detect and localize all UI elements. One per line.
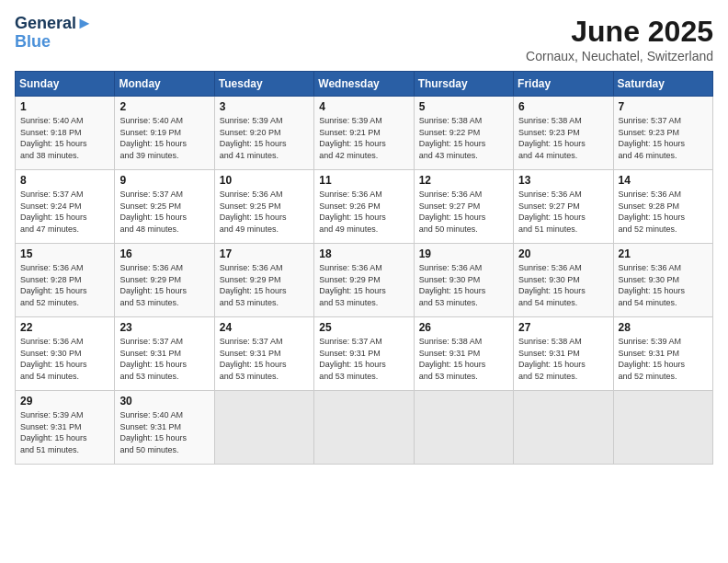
day-number: 27 [518, 321, 608, 334]
calendar-cell: 3Sunrise: 5:39 AM Sunset: 9:20 PM Daylig… [214, 97, 313, 170]
calendar-header: SundayMondayTuesdayWednesdayThursdayFrid… [16, 72, 713, 97]
day-number: 3 [220, 100, 309, 113]
title-area: June 2025 Cornaux, Neuchatel, Switzerlan… [526, 15, 713, 63]
day-info: Sunrise: 5:36 AM Sunset: 9:28 PM Dayligh… [20, 262, 109, 308]
day-number: 19 [419, 247, 508, 260]
day-number: 24 [220, 321, 309, 334]
day-info: Sunrise: 5:36 AM Sunset: 9:28 PM Dayligh… [619, 189, 708, 235]
calendar-cell: 24Sunrise: 5:37 AM Sunset: 9:31 PM Dayli… [214, 317, 313, 391]
calendar-cell [514, 391, 613, 465]
calendar-week-row: 29Sunrise: 5:39 AM Sunset: 9:31 PM Dayli… [16, 391, 713, 465]
day-number: 22 [20, 321, 109, 334]
day-info: Sunrise: 5:38 AM Sunset: 9:31 PM Dayligh… [518, 336, 608, 382]
calendar-cell: 2Sunrise: 5:40 AM Sunset: 9:19 PM Daylig… [115, 97, 214, 170]
weekday-header-cell: Sunday [16, 72, 115, 97]
day-number: 20 [518, 247, 608, 260]
weekday-header-cell: Wednesday [314, 72, 414, 97]
day-info: Sunrise: 5:39 AM Sunset: 9:31 PM Dayligh… [619, 336, 708, 382]
day-info: Sunrise: 5:40 AM Sunset: 9:31 PM Dayligh… [119, 409, 209, 455]
day-number: 30 [119, 395, 209, 408]
day-number: 29 [20, 395, 109, 408]
day-number: 16 [119, 247, 209, 260]
calendar-cell: 4Sunrise: 5:39 AM Sunset: 9:21 PM Daylig… [314, 97, 414, 170]
calendar-cell: 16Sunrise: 5:36 AM Sunset: 9:29 PM Dayli… [115, 244, 214, 317]
day-number: 26 [419, 321, 508, 334]
day-info: Sunrise: 5:39 AM Sunset: 9:20 PM Dayligh… [220, 115, 309, 161]
calendar-cell: 5Sunrise: 5:38 AM Sunset: 9:22 PM Daylig… [414, 97, 513, 170]
day-number: 12 [419, 174, 508, 187]
calendar-cell: 20Sunrise: 5:36 AM Sunset: 9:30 PM Dayli… [514, 244, 613, 317]
day-info: Sunrise: 5:36 AM Sunset: 9:30 PM Dayligh… [20, 336, 109, 382]
day-info: Sunrise: 5:39 AM Sunset: 9:21 PM Dayligh… [319, 115, 408, 161]
day-info: Sunrise: 5:36 AM Sunset: 9:30 PM Dayligh… [419, 262, 508, 308]
calendar-cell: 11Sunrise: 5:36 AM Sunset: 9:26 PM Dayli… [314, 170, 414, 244]
day-info: Sunrise: 5:36 AM Sunset: 9:29 PM Dayligh… [220, 262, 309, 308]
day-number: 14 [619, 174, 708, 187]
day-number: 8 [20, 174, 109, 187]
calendar-cell: 9Sunrise: 5:37 AM Sunset: 9:25 PM Daylig… [115, 170, 214, 244]
calendar-cell [414, 391, 513, 465]
day-number: 15 [20, 247, 109, 260]
day-number: 6 [518, 100, 608, 113]
calendar-cell: 6Sunrise: 5:38 AM Sunset: 9:23 PM Daylig… [514, 97, 613, 170]
calendar-cell: 22Sunrise: 5:36 AM Sunset: 9:30 PM Dayli… [16, 317, 115, 391]
calendar-week-row: 22Sunrise: 5:36 AM Sunset: 9:30 PM Dayli… [16, 317, 713, 391]
day-number: 7 [619, 100, 708, 113]
day-info: Sunrise: 5:40 AM Sunset: 9:18 PM Dayligh… [20, 115, 109, 161]
day-number: 10 [220, 174, 309, 187]
calendar-cell: 15Sunrise: 5:36 AM Sunset: 9:28 PM Dayli… [16, 244, 115, 317]
day-info: Sunrise: 5:40 AM Sunset: 9:19 PM Dayligh… [119, 115, 209, 161]
calendar-cell: 19Sunrise: 5:36 AM Sunset: 9:30 PM Dayli… [414, 244, 513, 317]
day-info: Sunrise: 5:37 AM Sunset: 9:31 PM Dayligh… [119, 336, 209, 382]
day-number: 4 [319, 100, 408, 113]
weekday-header-row: SundayMondayTuesdayWednesdayThursdayFrid… [16, 72, 713, 97]
calendar-subtitle: Cornaux, Neuchatel, Switzerland [526, 49, 713, 63]
calendar-cell: 10Sunrise: 5:36 AM Sunset: 9:25 PM Dayli… [214, 170, 313, 244]
weekday-header-cell: Thursday [414, 72, 513, 97]
calendar-cell [214, 391, 313, 465]
day-info: Sunrise: 5:38 AM Sunset: 9:23 PM Dayligh… [518, 115, 608, 161]
calendar-cell: 12Sunrise: 5:36 AM Sunset: 9:27 PM Dayli… [414, 170, 513, 244]
calendar-cell: 23Sunrise: 5:37 AM Sunset: 9:31 PM Dayli… [115, 317, 214, 391]
day-number: 25 [319, 321, 408, 334]
calendar-cell: 18Sunrise: 5:36 AM Sunset: 9:29 PM Dayli… [314, 244, 414, 317]
weekday-header-cell: Monday [115, 72, 214, 97]
calendar-cell [613, 391, 712, 465]
calendar-cell: 29Sunrise: 5:39 AM Sunset: 9:31 PM Dayli… [16, 391, 115, 465]
weekday-header-cell: Tuesday [214, 72, 313, 97]
day-info: Sunrise: 5:37 AM Sunset: 9:31 PM Dayligh… [319, 336, 408, 382]
weekday-header-cell: Friday [514, 72, 613, 97]
day-number: 28 [619, 321, 708, 334]
calendar-cell: 14Sunrise: 5:36 AM Sunset: 9:28 PM Dayli… [613, 170, 712, 244]
calendar-cell: 13Sunrise: 5:36 AM Sunset: 9:27 PM Dayli… [514, 170, 613, 244]
header: General►Blue June 2025 Cornaux, Neuchate… [15, 15, 713, 63]
calendar-table: SundayMondayTuesdayWednesdayThursdayFrid… [15, 71, 713, 465]
day-number: 13 [518, 174, 608, 187]
calendar-week-row: 15Sunrise: 5:36 AM Sunset: 9:28 PM Dayli… [16, 244, 713, 317]
logo-text: General►Blue [15, 15, 93, 52]
day-info: Sunrise: 5:38 AM Sunset: 9:31 PM Dayligh… [419, 336, 508, 382]
day-number: 23 [119, 321, 209, 334]
day-number: 18 [319, 247, 408, 260]
day-number: 21 [619, 247, 708, 260]
day-number: 9 [119, 174, 209, 187]
day-info: Sunrise: 5:36 AM Sunset: 9:26 PM Dayligh… [319, 189, 408, 235]
logo: General►Blue [15, 15, 93, 52]
calendar-cell: 27Sunrise: 5:38 AM Sunset: 9:31 PM Dayli… [514, 317, 613, 391]
calendar-cell [314, 391, 414, 465]
day-number: 1 [20, 100, 109, 113]
day-number: 11 [319, 174, 408, 187]
calendar-cell: 8Sunrise: 5:37 AM Sunset: 9:24 PM Daylig… [16, 170, 115, 244]
day-info: Sunrise: 5:37 AM Sunset: 9:31 PM Dayligh… [220, 336, 309, 382]
day-info: Sunrise: 5:37 AM Sunset: 9:25 PM Dayligh… [119, 189, 209, 235]
day-info: Sunrise: 5:36 AM Sunset: 9:29 PM Dayligh… [119, 262, 209, 308]
calendar-cell: 7Sunrise: 5:37 AM Sunset: 9:23 PM Daylig… [613, 97, 712, 170]
day-info: Sunrise: 5:36 AM Sunset: 9:29 PM Dayligh… [319, 262, 408, 308]
calendar-cell: 30Sunrise: 5:40 AM Sunset: 9:31 PM Dayli… [115, 391, 214, 465]
calendar-cell: 25Sunrise: 5:37 AM Sunset: 9:31 PM Dayli… [314, 317, 414, 391]
weekday-header-cell: Saturday [613, 72, 712, 97]
calendar-cell: 1Sunrise: 5:40 AM Sunset: 9:18 PM Daylig… [16, 97, 115, 170]
day-number: 17 [220, 247, 309, 260]
calendar-title: June 2025 [526, 15, 713, 49]
day-info: Sunrise: 5:38 AM Sunset: 9:22 PM Dayligh… [419, 115, 508, 161]
